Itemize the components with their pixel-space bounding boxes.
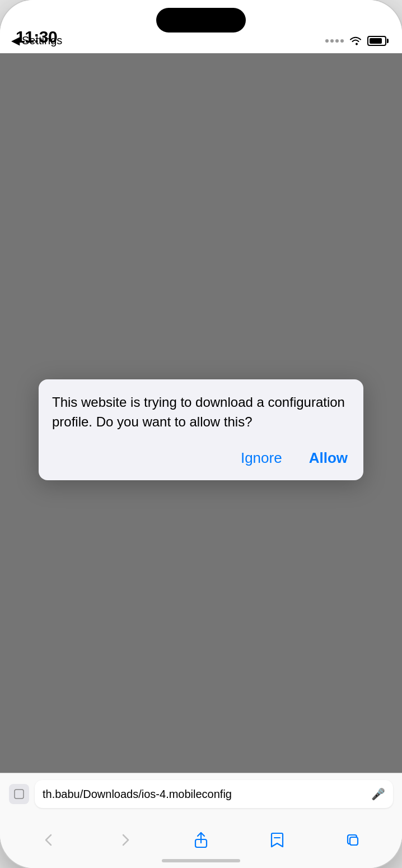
tabs-icon — [345, 832, 361, 848]
signal-dot-3 — [335, 39, 339, 43]
signal-dots — [325, 39, 344, 43]
share-icon — [194, 832, 208, 848]
battery-fill — [370, 38, 382, 44]
dialog-overlay: This website is trying to download a con… — [0, 53, 402, 773]
url-bar-row: th.babu/Downloads/ios-4.mobileconfig 🎤 — [0, 773, 402, 811]
bookmarks-icon — [269, 832, 285, 848]
back-label: Settings — [22, 34, 62, 47]
dialog-box: This website is trying to download a con… — [39, 379, 363, 481]
back-nav-icon — [43, 833, 55, 847]
url-bar-left-button[interactable] — [9, 784, 29, 804]
forward-nav-icon — [119, 833, 131, 847]
back-button[interactable] — [35, 826, 63, 854]
dynamic-island — [156, 8, 246, 33]
status-bar-right — [201, 35, 402, 49]
phone-frame: 11:30 ◀ Settings — [0, 0, 402, 868]
dialog-message: This website is trying to download a con… — [52, 393, 350, 432]
back-arrow-icon: ◀ — [11, 34, 20, 47]
ignore-button[interactable]: Ignore — [239, 445, 284, 471]
svg-rect-0 — [15, 790, 24, 799]
signal-dot-1 — [325, 39, 329, 43]
bottom-toolbar: th.babu/Downloads/ios-4.mobileconfig 🎤 — [0, 773, 402, 868]
forward-button[interactable] — [111, 826, 139, 854]
allow-button[interactable]: Allow — [307, 445, 350, 471]
share-button[interactable] — [187, 826, 215, 854]
signal-dot-2 — [330, 39, 334, 43]
left-button-icon — [14, 789, 24, 799]
url-text: th.babu/Downloads/ios-4.mobileconfig — [43, 788, 366, 801]
bookmarks-button[interactable] — [263, 826, 291, 854]
microphone-icon[interactable]: 🎤 — [371, 787, 385, 801]
home-indicator — [162, 859, 240, 862]
browser-content: This website is trying to download a con… — [0, 53, 402, 773]
back-navigation[interactable]: ◀ Settings — [11, 34, 62, 47]
svg-rect-3 — [350, 837, 358, 845]
wifi-icon — [348, 35, 363, 47]
tabs-button[interactable] — [339, 826, 367, 854]
url-input-container[interactable]: th.babu/Downloads/ios-4.mobileconfig 🎤 — [35, 780, 393, 808]
signal-dot-4 — [340, 39, 344, 43]
battery-icon — [367, 36, 386, 46]
dialog-buttons: Ignore Allow — [52, 445, 350, 471]
